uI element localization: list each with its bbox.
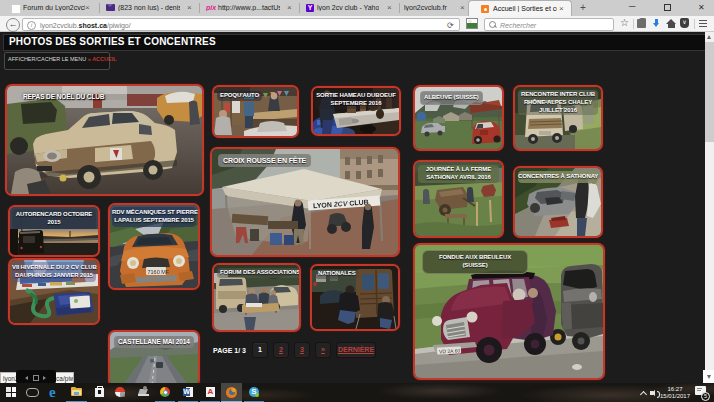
svg-text:7160 MF: 7160 MF xyxy=(148,269,170,275)
svg-text:VD 2A 60: VD 2A 60 xyxy=(439,347,461,354)
